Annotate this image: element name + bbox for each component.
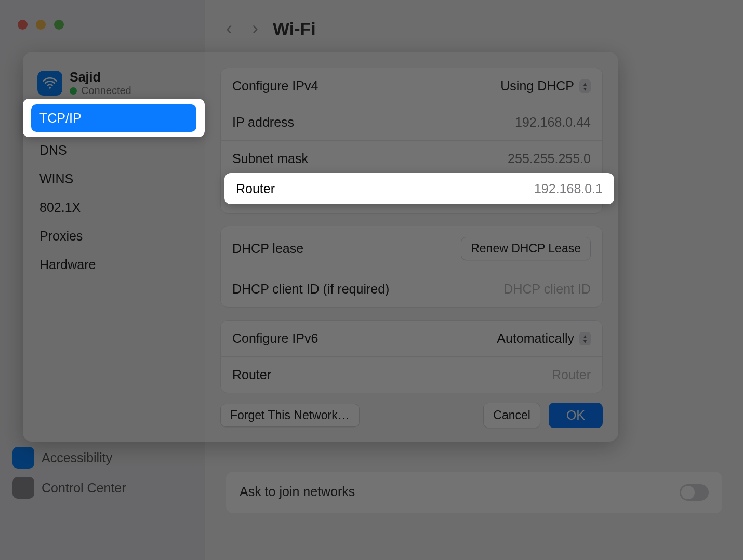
- network-header: Sajid Connected: [31, 64, 196, 106]
- sidebar-item-accessibility[interactable]: Accessibility: [42, 450, 112, 465]
- subnet-mask-label: Subnet mask: [232, 151, 308, 166]
- dhcp-client-id-row: DHCP client ID (if required): [221, 271, 602, 307]
- maximize-window-button[interactable]: [54, 20, 64, 30]
- svg-point-0: [49, 87, 51, 89]
- configure-ipv4-row[interactable]: Configure IPv4 Using DHCP ▴▾: [221, 68, 602, 104]
- sheet-content: Configure IPv4 Using DHCP ▴▾ IP address …: [205, 52, 618, 397]
- system-settings-window: Accessibility Control Center ‹ › Wi-Fi A…: [0, 0, 743, 560]
- close-window-button[interactable]: [18, 20, 28, 30]
- configure-ipv6-select[interactable]: Automatically ▴▾: [497, 331, 591, 346]
- router-ipv4-row: Router 192.168.0.1: [221, 177, 602, 213]
- dhcp-lease-row: DHCP lease Renew DHCP Lease: [221, 226, 602, 271]
- network-details-sheet: Sajid Connected TCP/IP DNS WINS 802.1X P…: [23, 52, 618, 442]
- configure-ipv6-label: Configure IPv6: [232, 331, 318, 346]
- sidebar-item-control-center[interactable]: Control Center: [42, 481, 126, 496]
- configure-ipv4-select[interactable]: Using DHCP ▴▾: [500, 78, 591, 94]
- tab-proxies[interactable]: Proxies: [31, 222, 196, 250]
- ipv6-group: Configure IPv6 Automatically ▴▾ Router: [220, 320, 603, 393]
- dhcp-client-id-label: DHCP client ID (if required): [232, 282, 389, 297]
- ask-to-join-row[interactable]: Ask to join networks: [226, 472, 722, 513]
- tab-hardware[interactable]: Hardware: [31, 251, 196, 278]
- network-status: Connected: [70, 85, 131, 97]
- ip-address-row: IP address 192.168.0.44: [221, 104, 602, 140]
- ask-to-join-toggle[interactable]: [680, 484, 709, 501]
- router-ipv6-label: Router: [232, 367, 271, 382]
- tab-dns[interactable]: DNS: [31, 137, 196, 164]
- accessibility-icon: [12, 447, 34, 469]
- dhcp-client-id-input[interactable]: [427, 282, 591, 297]
- configure-ipv6-row[interactable]: Configure IPv6 Automatically ▴▾: [221, 321, 602, 356]
- tab-8021x[interactable]: 802.1X: [31, 194, 196, 221]
- sheet-sidebar: Sajid Connected TCP/IP DNS WINS 802.1X P…: [23, 52, 205, 442]
- chevron-updown-icon: ▴▾: [579, 79, 591, 93]
- dhcp-lease-label: DHCP lease: [232, 241, 303, 256]
- router-ipv6-input[interactable]: [508, 367, 591, 382]
- dhcp-group: DHCP lease Renew DHCP Lease DHCP client …: [220, 226, 603, 308]
- ip-address-label: IP address: [232, 115, 294, 130]
- router-ipv4-label: Router: [232, 188, 271, 203]
- page-title: Wi-Fi: [273, 19, 316, 39]
- ipv4-group: Configure IPv4 Using DHCP ▴▾ IP address …: [220, 68, 603, 214]
- subnet-mask-row: Subnet mask 255.255.255.0: [221, 140, 602, 177]
- subnet-mask-value: 255.255.255.0: [508, 151, 591, 166]
- window-controls: [18, 20, 64, 30]
- router-ipv6-row: Router: [221, 356, 602, 393]
- tab-wins[interactable]: WINS: [31, 165, 196, 193]
- network-name: Sajid: [70, 70, 131, 85]
- tab-tcpip[interactable]: TCP/IP: [31, 108, 196, 136]
- cancel-button[interactable]: Cancel: [483, 403, 540, 428]
- wifi-icon: [37, 71, 62, 96]
- control-center-icon: [12, 477, 34, 499]
- ok-button[interactable]: OK: [549, 403, 603, 428]
- forget-network-button[interactable]: Forget This Network…: [220, 404, 360, 427]
- chevron-updown-icon: ▴▾: [579, 332, 591, 345]
- sheet-footer: Forget This Network… Cancel OK: [205, 397, 618, 442]
- forward-button[interactable]: ›: [247, 16, 263, 42]
- sheet-tabs: TCP/IP DNS WINS 802.1X Proxies Hardware: [31, 108, 196, 278]
- router-ipv4-value: 192.168.0.1: [522, 188, 591, 203]
- back-button[interactable]: ‹: [221, 16, 237, 42]
- configure-ipv4-label: Configure IPv4: [232, 78, 318, 94]
- ask-to-join-label: Ask to join networks: [240, 484, 355, 501]
- ip-address-value: 192.168.0.44: [515, 115, 591, 130]
- minimize-window-button[interactable]: [36, 20, 46, 30]
- renew-dhcp-button[interactable]: Renew DHCP Lease: [461, 237, 591, 260]
